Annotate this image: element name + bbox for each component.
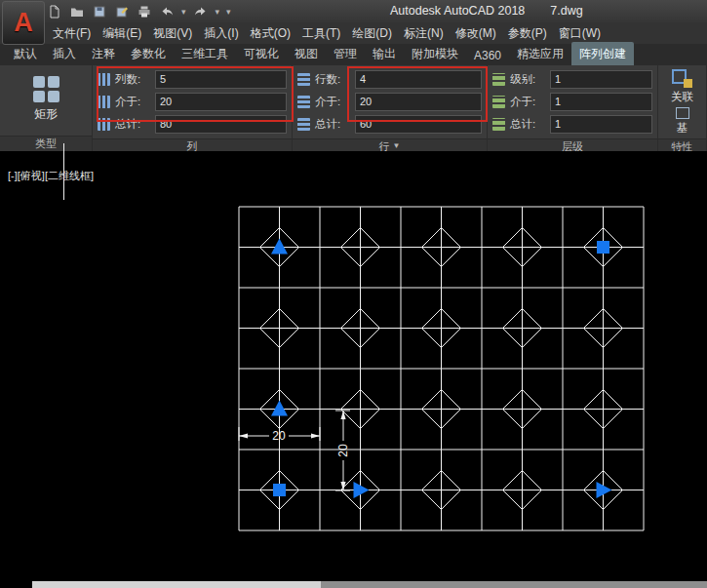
autocad-app-button[interactable]: A	[2, 1, 45, 45]
columns-between-label: 介于:	[115, 95, 150, 109]
ribbon: 矩形 类型 列数: 介于: 总计: 列	[0, 65, 707, 151]
tab-output[interactable]: 输出	[365, 42, 404, 65]
levels-panel: 级别: 介于: 总计: 层级	[488, 65, 658, 151]
tab-annotate[interactable]: 注释	[84, 42, 123, 65]
document-name: 7.dwg	[550, 4, 582, 18]
associative-button[interactable]: 关联	[671, 68, 694, 104]
tab-array-creation[interactable]: 阵列创建	[571, 42, 634, 65]
associative-label: 关联	[671, 90, 693, 104]
crosshair-cursor	[63, 143, 64, 200]
tab-3d-tools[interactable]: 三维工具	[174, 42, 236, 65]
rows-total-row: 总计:	[297, 113, 482, 135]
ribbon-tab-bar: 默认 插入 注释 参数化 三维工具 可视化 视图 管理 输出 附加模块 A360…	[0, 44, 707, 65]
tab-insert[interactable]: 插入	[45, 42, 84, 65]
undo-dropdown-icon[interactable]: ▾	[181, 3, 186, 20]
properties-panel: 关联 基 特性	[658, 65, 707, 151]
columns-count-input[interactable]	[155, 70, 287, 89]
rows-between-icon	[297, 96, 310, 108]
columns-between-icon	[98, 96, 110, 108]
window-title: Autodesk AutoCAD 20187.dwg	[390, 4, 583, 18]
undo-icon[interactable]	[159, 4, 175, 20]
tab-manage[interactable]: 管理	[326, 42, 365, 65]
rows-count-input[interactable]	[355, 70, 482, 89]
open-folder-icon[interactable]	[69, 4, 85, 20]
rows-between-input[interactable]	[355, 93, 482, 111]
plot-icon[interactable]	[137, 4, 152, 20]
save-icon[interactable]	[92, 4, 107, 20]
columns-count-label: 列数:	[115, 72, 150, 87]
rectangular-array-button[interactable]: 矩形	[5, 74, 87, 123]
array-drawing: 2020	[0, 151, 707, 588]
columns-total-icon	[98, 118, 110, 131]
rows-between-row: 介于:	[297, 91, 482, 112]
columns-between-row: 介于:	[98, 91, 287, 112]
rows-count-row: 行数:	[297, 68, 482, 90]
quick-access-toolbar: ▾ ▾ ▾	[47, 3, 231, 20]
columns-total-label: 总计:	[115, 117, 150, 132]
levels-count-row: 级别:	[492, 68, 652, 90]
levels-count-icon	[492, 73, 505, 86]
levels-count-input[interactable]	[550, 70, 652, 89]
type-panel-label: 类型	[0, 136, 92, 151]
viewport-controls: [-][俯视][二维线框]	[8, 169, 94, 183]
new-file-icon[interactable]	[47, 4, 62, 20]
viewport-visual-style-control[interactable]: [二维线框]	[45, 170, 94, 181]
bottom-edge-strip-light	[32, 581, 321, 588]
qat-dropdown-icon[interactable]: ▾	[226, 3, 231, 20]
rectangular-array-icon	[33, 76, 45, 88]
tab-parametric[interactable]: 参数化	[123, 42, 174, 65]
svg-text:20: 20	[272, 429, 286, 443]
rows-between-label: 介于:	[315, 95, 350, 109]
associative-icon	[671, 68, 694, 88]
columns-count-row: 列数:	[98, 68, 287, 90]
levels-between-label: 介于:	[510, 95, 545, 109]
levels-between-icon	[492, 96, 505, 108]
title-bar: ▾ ▾ ▾ Autodesk AutoCAD 20187.dwg	[0, 0, 707, 23]
redo-icon[interactable]	[193, 4, 209, 20]
rows-total-input[interactable]	[355, 115, 482, 134]
base-point-icon	[676, 107, 689, 119]
columns-between-input[interactable]	[155, 93, 287, 111]
rows-count-icon	[297, 73, 310, 86]
levels-total-label: 总计:	[510, 117, 545, 132]
levels-total-icon	[492, 118, 505, 131]
viewport-view-control[interactable]: [俯视]	[18, 170, 45, 181]
bottom-edge-strip-dark	[321, 581, 707, 588]
tab-default[interactable]: 默认	[6, 42, 45, 65]
levels-between-input[interactable]	[550, 93, 652, 111]
rows-total-icon	[297, 118, 310, 131]
columns-count-icon	[98, 73, 110, 86]
columns-panel: 列数: 介于: 总计: 列	[93, 65, 293, 151]
tab-add-ins[interactable]: 附加模块	[404, 42, 466, 65]
levels-total-input[interactable]	[550, 115, 652, 134]
base-point-label: 基	[677, 121, 688, 136]
app-title: Autodesk AutoCAD 2018	[390, 4, 525, 18]
redo-dropdown-icon[interactable]: ▾	[216, 3, 220, 20]
svg-text:20: 20	[336, 444, 350, 457]
rectangular-array-label: 矩形	[34, 106, 58, 123]
tab-featured-apps[interactable]: 精选应用	[509, 42, 571, 65]
viewport-minimize-control[interactable]: [-]	[8, 170, 18, 181]
levels-between-row: 介于:	[492, 91, 652, 112]
levels-total-row: 总计:	[492, 113, 652, 135]
columns-total-input[interactable]	[155, 115, 287, 134]
tab-a360[interactable]: A360	[466, 45, 509, 65]
tab-visualize[interactable]: 可视化	[236, 42, 287, 65]
rows-panel: 行数: 介于: 总计: 行 ▼	[293, 65, 488, 151]
levels-count-label: 级别:	[510, 72, 545, 87]
save-as-icon[interactable]	[114, 4, 130, 20]
rows-total-label: 总计:	[315, 117, 350, 132]
rows-count-label: 行数:	[315, 72, 350, 87]
type-panel: 矩形 类型	[0, 65, 93, 151]
base-point-button[interactable]: 基	[676, 104, 689, 136]
columns-total-row: 总计:	[98, 113, 287, 135]
drawing-canvas[interactable]: 2020 [-][俯视][二维线框]	[0, 151, 707, 588]
tab-view[interactable]: 视图	[287, 42, 326, 65]
